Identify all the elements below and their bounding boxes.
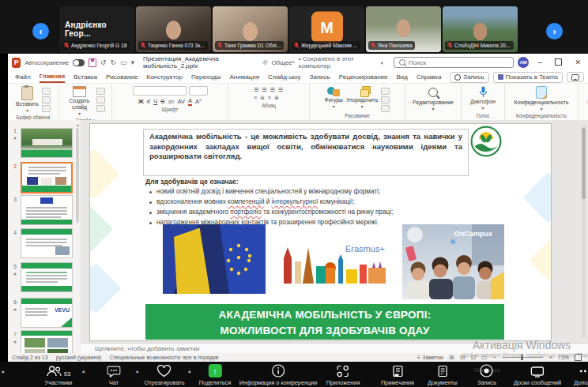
students-selfie-image[interactable]: OnCampus [402, 224, 504, 299]
muted-mic-icon [63, 42, 70, 49]
font-name-input[interactable] [133, 86, 187, 96]
chat-caret-icon[interactable]: ▴ [136, 368, 139, 374]
minimize-button[interactable]: ─ [533, 58, 546, 66]
slides-small-buttons[interactable] [96, 86, 105, 112]
slide-thumbnail[interactable] [21, 330, 73, 353]
participants-caret-icon[interactable]: ▴ [82, 368, 85, 374]
documents-button[interactable]: Документы [428, 364, 458, 386]
share-screen-button[interactable]: ↑ Поделиться [199, 364, 231, 386]
maximize-button[interactable] [551, 58, 566, 67]
arrange-icon [356, 86, 368, 96]
participant-label: Таценко Ганна 073 Зк... [138, 41, 208, 50]
new-slide-button[interactable]: Создать слайд▾ [66, 86, 93, 117]
notes-button[interactable]: Примечания [381, 364, 414, 386]
clear-format-button[interactable]: A° [195, 98, 202, 105]
participants-button[interactable]: 93 Участники [45, 364, 73, 386]
sensitivity-badge[interactable]: Общее* [272, 59, 295, 66]
tab-view[interactable]: Вид [396, 72, 407, 82]
thumbs-scroll-up-icon[interactable]: ▴ [77, 122, 79, 127]
editing-button[interactable]: Редактирование▾ [413, 86, 454, 112]
tab-help[interactable]: Справка [416, 72, 441, 82]
quick-styles-buttons[interactable] [381, 86, 390, 112]
present-in-teams-button[interactable]: Показать в Teams [493, 72, 563, 83]
italic-button[interactable]: К [147, 98, 150, 105]
font-color-button[interactable]: A [188, 97, 192, 106]
slide-banner[interactable]: АКАДЕМІЧНА МОБІЛЬНІСТЬ У ЄВРОПІ: МОЖЛИВО… [145, 304, 504, 340]
text-shadow-button[interactable]: ab [168, 98, 174, 105]
tab-record[interactable]: Запись [309, 72, 330, 82]
shapes-button[interactable]: Фигуры▾ [325, 86, 343, 110]
video-tile[interactable]: СлобоДІН Микола 20... [443, 6, 518, 52]
slide-canvas[interactable]: Академічна мобільність - це можливість з… [89, 123, 552, 341]
language-indicator[interactable]: русский (украина) [56, 355, 102, 360]
qat-more-icon[interactable]: ▾ [131, 58, 135, 66]
erasmus-plus-image[interactable]: Erasmus+ [279, 235, 390, 290]
font-size-input[interactable] [189, 86, 208, 96]
video-tile[interactable]: Таня Грамма D1 Облі... [213, 6, 288, 52]
redo-icon[interactable]: ↻ [110, 58, 116, 66]
canvas-scrollbar[interactable] [582, 125, 586, 338]
video-tile[interactable]: Яна Панішева [366, 6, 441, 52]
close-button[interactable]: ✕ [571, 58, 585, 66]
tab-transitions[interactable]: Переходы [191, 72, 221, 82]
meeting-info-button[interactable]: Информация о конференции [239, 364, 318, 386]
video-tile[interactable]: Таценко Ганна 073 Зк... [136, 6, 211, 52]
record-button[interactable]: Запись [450, 72, 488, 83]
ribbon-tabs: Файл Главная Вставка Рисование Конструкт… [8, 71, 588, 84]
arrange-button[interactable]: Упорядочить▾ [346, 86, 378, 110]
accessibility-status[interactable]: Специальные возможности: все в порядке [109, 355, 218, 360]
audio-caret-icon[interactable]: ▴ [2, 368, 5, 374]
tab-design[interactable]: Конструктор [146, 72, 183, 82]
notes-toggle-button[interactable]: ≡Заметки [417, 354, 443, 361]
record-button[interactable]: Запись [477, 364, 496, 386]
saved-caret-icon[interactable]: ▾ [381, 60, 383, 66]
apps-button[interactable]: Приложения [326, 364, 360, 386]
chat-button[interactable]: Чат [107, 364, 121, 386]
more-button[interactable]: Допол... [574, 364, 588, 386]
thumbs-scrollbar[interactable] [76, 128, 79, 223]
windows-activation-watermark: Активація Windows [473, 339, 571, 351]
whiteboards-button[interactable]: Доски сообщений [514, 364, 561, 386]
slide-thumbnail[interactable] [21, 128, 73, 158]
slide-text-box[interactable]: Академічна мобільність - це можливість з… [143, 129, 469, 176]
normal-view-icon[interactable]: ⊞ [449, 354, 454, 361]
video-tile[interactable]: Андрієнко Геор... Андрієнко Георгій G 18 [59, 6, 134, 52]
slide-thumbnail[interactable] [21, 195, 73, 225]
reactions-button[interactable]: Отреагировать [145, 364, 185, 386]
search-input[interactable]: Поиск [394, 57, 514, 68]
tab-insert[interactable]: Вставка [74, 72, 97, 82]
tab-animations[interactable]: Анимация [229, 72, 259, 82]
char-spacing-button[interactable]: AV [178, 98, 185, 105]
undo-icon[interactable]: ↺ [100, 58, 107, 66]
list-buttons[interactable]: ☰ ☰ ☰ ☰≡ ≣ ≡ ≣ [254, 86, 284, 102]
slideshow-icon[interactable]: ▭ [120, 58, 127, 66]
tab-review[interactable]: Рецензирование [339, 72, 388, 82]
tab-slideshow[interactable]: Слайд-шоу [268, 72, 300, 82]
gallery-next-button[interactable]: › [546, 23, 563, 39]
video-tile[interactable]: М Жердецький Максим ... [289, 6, 364, 52]
bold-button[interactable]: Ж [138, 98, 144, 105]
slide-counter: Слайд 2 из 13 [12, 355, 48, 360]
strikethrough-button[interactable]: S [160, 98, 164, 105]
comment-icon [571, 74, 579, 81]
saved-status[interactable]: • Сохранено в этот компьютер [299, 55, 377, 70]
autosave-toggle[interactable] [73, 59, 85, 66]
comments-button[interactable] [567, 72, 584, 82]
sensitivity-button[interactable]: Конфиденциальность▾ [514, 86, 569, 112]
slide-thumbnail[interactable] [21, 228, 73, 258]
tab-file[interactable]: Файл [15, 72, 31, 82]
reactions-caret-icon[interactable]: ▴ [188, 368, 191, 374]
underline-button[interactable]: Ч [153, 98, 157, 105]
tab-draw[interactable]: Рисование [106, 72, 138, 82]
slide-thumbnail[interactable]: VEVU [21, 298, 73, 328]
paste-button[interactable]: Вставить▾ [16, 86, 39, 114]
clipboard-small-buttons[interactable] [42, 86, 51, 112]
account-avatar[interactable]: АМ [518, 57, 529, 68]
gallery-prev-button[interactable]: ‹ [32, 23, 49, 39]
tab-home[interactable]: Главная [40, 71, 66, 83]
save-icon[interactable] [89, 58, 96, 67]
ukraine-eu-flags-image[interactable] [163, 224, 266, 294]
dictate-button[interactable]: Диктофон▾ [470, 86, 495, 111]
slide-thumbnail[interactable] [21, 262, 73, 292]
slide-thumbnail-selected[interactable] [21, 162, 73, 194]
